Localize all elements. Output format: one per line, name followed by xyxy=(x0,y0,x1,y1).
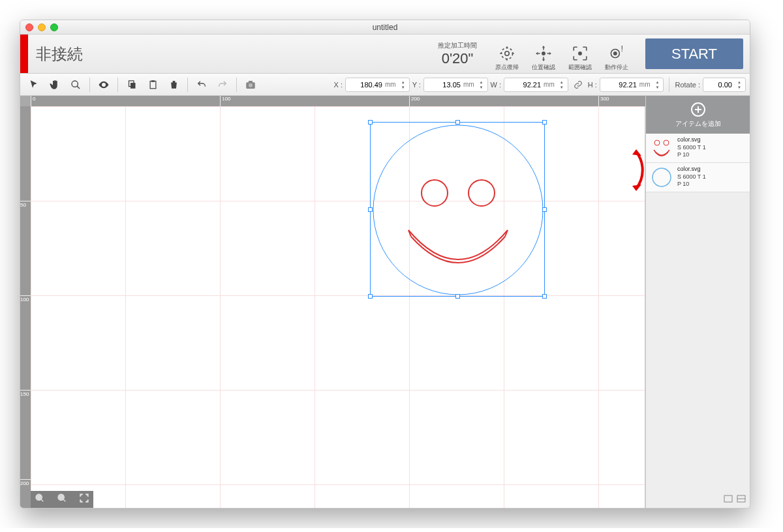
camera-icon xyxy=(245,79,256,91)
stop-icon: ! xyxy=(608,45,625,62)
handle-sw[interactable] xyxy=(368,294,373,299)
visibility-tool[interactable] xyxy=(94,76,114,93)
link-icon xyxy=(574,80,583,89)
header: 非接続 推定加工時間 0'20" 原点復帰 位置確認 範囲確認 ! 動作停止 xyxy=(20,35,750,74)
w-input-group: mm ▲▼ xyxy=(504,78,568,92)
separator xyxy=(236,78,237,92)
layer-thumb-1 xyxy=(650,166,673,189)
smiley-artwork[interactable] xyxy=(371,123,545,297)
y-input-group: mm ▲▼ xyxy=(423,78,488,92)
handle-nw[interactable] xyxy=(368,120,373,125)
h-stepper[interactable]: ▲▼ xyxy=(654,80,660,90)
ruler-h-tick: 0 xyxy=(31,96,35,106)
handle-n[interactable] xyxy=(455,120,460,125)
ruler-h-tick: 100 xyxy=(220,96,230,106)
rotate-label: Rotate : xyxy=(675,81,700,89)
layer-info-1: color.svg S 6000 T 1 P 10 xyxy=(677,166,706,189)
w-label: W : xyxy=(491,81,502,89)
fit-screen-button[interactable] xyxy=(79,493,89,506)
layer-item-0[interactable]: color.svg S 6000 T 1 P 10 xyxy=(646,134,750,163)
svg-point-22 xyxy=(664,140,669,145)
origin-return-label: 原点復帰 xyxy=(495,63,519,72)
svg-point-3 xyxy=(579,52,581,55)
stop-button[interactable]: ! 動作停止 xyxy=(600,45,634,72)
estimated-time-label: 推定加工時間 xyxy=(438,41,477,50)
delete-button[interactable] xyxy=(164,76,183,93)
separator xyxy=(117,78,118,92)
expand-icon xyxy=(79,493,89,503)
x-stepper[interactable]: ▲▼ xyxy=(400,80,407,90)
stop-label: 動作停止 xyxy=(605,63,628,72)
rotate-stepper[interactable]: ▲▼ xyxy=(736,80,743,90)
handle-se[interactable] xyxy=(542,294,547,299)
separator xyxy=(89,78,90,92)
canvas-area: 0 100 200 300 50 100 150 200 xyxy=(20,96,645,508)
position-check-button[interactable]: 位置確認 xyxy=(527,45,560,72)
ruler-v-tick: 150 xyxy=(20,390,31,396)
svg-point-23 xyxy=(652,168,671,186)
copy-button[interactable] xyxy=(122,76,142,93)
camera-button[interactable] xyxy=(241,76,260,93)
undo-button[interactable] xyxy=(192,76,211,93)
handle-ne[interactable] xyxy=(542,120,547,125)
add-item-button[interactable]: アイテムを追加 xyxy=(646,96,750,134)
copy-icon xyxy=(127,80,137,89)
canvas[interactable] xyxy=(31,106,645,508)
range-check-label: 範囲確認 xyxy=(568,63,592,72)
magnifier-icon xyxy=(70,80,81,90)
range-check-button[interactable]: 範囲確認 xyxy=(563,45,597,72)
paste-button[interactable] xyxy=(143,76,162,93)
zoom-out-button[interactable] xyxy=(57,493,67,506)
view-split-button[interactable] xyxy=(737,494,746,505)
window-title: untitled xyxy=(20,23,750,32)
w-input[interactable] xyxy=(507,81,541,89)
redo-button[interactable] xyxy=(213,76,232,93)
layer-name-0: color.svg xyxy=(677,136,706,144)
ruler-v-tick: 50 xyxy=(20,201,31,207)
svg-point-15 xyxy=(373,125,543,295)
view-single-button[interactable] xyxy=(724,494,733,505)
ruler-horizontal: 0 100 200 300 xyxy=(31,96,645,106)
selection-box[interactable] xyxy=(370,122,545,297)
x-unit: mm xyxy=(385,81,396,88)
sidebar-bottom-icons xyxy=(646,491,750,508)
toolbar: X : mm ▲▼ Y : mm ▲▼ W : mm ▲▼ H : xyxy=(20,74,750,96)
connection-status-text: 非接続 xyxy=(28,35,430,73)
svg-text:!: ! xyxy=(621,45,624,53)
x-input-group: mm ▲▼ xyxy=(345,78,410,92)
handle-e[interactable] xyxy=(542,207,547,212)
layer-item-1[interactable]: color.svg S 6000 T 1 P 10 xyxy=(646,163,750,192)
handle-w[interactable] xyxy=(368,207,373,212)
position-check-label: 位置確認 xyxy=(532,63,555,72)
zoom-tool[interactable] xyxy=(66,76,85,93)
svg-rect-24 xyxy=(724,495,732,502)
hand-icon xyxy=(49,79,61,91)
separator xyxy=(669,78,669,92)
rotate-input[interactable] xyxy=(706,81,732,89)
w-unit: mm xyxy=(544,81,555,88)
select-tool[interactable] xyxy=(24,76,44,93)
svg-point-21 xyxy=(654,140,660,145)
start-button[interactable]: START xyxy=(645,38,743,69)
position-check-icon xyxy=(535,45,552,62)
svg-rect-8 xyxy=(130,83,136,89)
plus-circle-icon xyxy=(690,102,706,117)
zoom-out-icon xyxy=(57,493,67,503)
h-label: H : xyxy=(588,81,597,89)
w-stepper[interactable]: ▲▼ xyxy=(559,80,565,90)
origin-return-button[interactable]: 原点復帰 xyxy=(490,45,524,72)
svg-rect-10 xyxy=(150,81,156,89)
eye-icon xyxy=(98,79,110,91)
pan-tool[interactable] xyxy=(45,76,65,93)
link-wh-toggle[interactable] xyxy=(571,78,585,92)
x-input[interactable] xyxy=(348,81,382,89)
ruler-v-tick: 100 xyxy=(20,295,31,302)
y-stepper[interactable]: ▲▼ xyxy=(478,80,485,90)
handle-s[interactable] xyxy=(455,294,460,299)
svg-point-16 xyxy=(422,180,448,206)
estimated-time-value: 0'20" xyxy=(442,50,474,67)
y-input[interactable] xyxy=(427,81,461,89)
h-input[interactable] xyxy=(603,81,637,89)
zoom-in-button[interactable] xyxy=(35,493,45,506)
swap-arrow-annotation xyxy=(626,149,646,194)
